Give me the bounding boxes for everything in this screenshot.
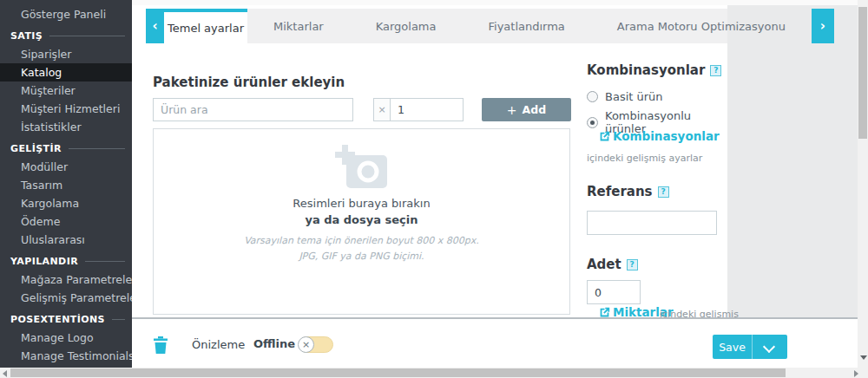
external-link-icon bbox=[599, 131, 610, 142]
divider bbox=[112, 319, 125, 320]
pack-section-title: Paketinize ürünler ekleyin bbox=[153, 75, 345, 90]
delete-button[interactable] bbox=[153, 336, 168, 354]
radio-icon bbox=[587, 91, 598, 102]
preview-button[interactable]: Önizleme bbox=[192, 338, 245, 351]
divider bbox=[85, 261, 125, 262]
sidebar-item-dashboard[interactable]: Gösterge Paneli bbox=[0, 5, 132, 23]
sidebar-item-customer-service[interactable]: Müşteri Hizmetleri bbox=[0, 100, 132, 118]
sidebar-header-configure: YAPILANDIR bbox=[0, 252, 132, 270]
sidebar-item-shipping[interactable]: Kargolama bbox=[0, 194, 132, 212]
external-link-icon bbox=[599, 307, 610, 318]
combinations-section-title: Kombinasyonlar ? bbox=[587, 62, 721, 78]
footer-action-bar: Önizleme Offline × Save bbox=[132, 317, 858, 368]
dropzone-select-file-link[interactable]: ya da dosya seçin bbox=[154, 213, 569, 226]
divider bbox=[49, 36, 125, 36]
scroll-left-arrow-icon[interactable] bbox=[3, 370, 7, 377]
content-background bbox=[727, 5, 858, 319]
reference-section-title: Referans ? bbox=[587, 184, 669, 199]
offline-label: Offline bbox=[253, 337, 295, 350]
scroll-down-arrow-icon[interactable] bbox=[860, 355, 867, 360]
sidebar: Gösterge Paneli SATIŞ Siparişler Katalog… bbox=[0, 0, 132, 368]
divider bbox=[69, 148, 125, 149]
plus-icon: + bbox=[507, 103, 517, 117]
help-icon[interactable]: ? bbox=[627, 259, 638, 270]
save-options-button[interactable] bbox=[752, 335, 787, 359]
multiply-icon: × bbox=[373, 98, 390, 121]
horizontal-scrollbar bbox=[0, 368, 868, 378]
product-tabs: ‹ Temel ayarlar Miktarlar Kargolama Fiya… bbox=[146, 9, 727, 43]
quantity-section-title: Adet ? bbox=[587, 257, 638, 272]
sidebar-item-advanced-parameters[interactable]: Gelişmiş Parametreler bbox=[0, 289, 132, 307]
trash-icon bbox=[153, 336, 168, 354]
tab-shipping[interactable]: Kargolama bbox=[350, 9, 463, 43]
sidebar-item-payment[interactable]: Ödeme bbox=[0, 212, 132, 231]
save-split-button: Save bbox=[713, 335, 787, 359]
vertical-scrollbar-thumb[interactable] bbox=[858, 7, 867, 139]
radio-simple-product[interactable]: Basit ürün bbox=[587, 90, 663, 103]
combinations-link[interactable]: Kombinasyonlar bbox=[599, 129, 720, 143]
tab-seo[interactable]: Arama Motoru Optimizasyonu bbox=[591, 9, 812, 43]
main-content: ‹ Temel ayarlar Miktarlar Kargolama Fiya… bbox=[132, 0, 858, 368]
tabs-scroll-left-button[interactable]: ‹ bbox=[146, 9, 164, 43]
tab-quantities[interactable]: Miktarlar bbox=[247, 9, 350, 43]
close-icon: × bbox=[298, 336, 314, 353]
sidebar-item-modules[interactable]: Modüller bbox=[0, 158, 132, 176]
tabs-scroll-right-button[interactable]: › bbox=[812, 9, 834, 43]
tab-pricing[interactable]: Fiyatlandırma bbox=[462, 9, 590, 43]
sidebar-item-manage-logo[interactable]: Manage Logo bbox=[0, 329, 132, 347]
sidebar-item-orders[interactable]: Siparişler bbox=[0, 45, 132, 63]
sidebar-header-improve: GELİŞTİR bbox=[0, 140, 132, 158]
camera-icon bbox=[335, 145, 389, 190]
sidebar-header-sales: SATIŞ bbox=[0, 27, 132, 45]
dropzone-text: Resimleri buraya bırakın bbox=[154, 197, 569, 210]
stock-quantity-input[interactable] bbox=[587, 280, 641, 304]
sidebar-item-customers[interactable]: Müşteriler bbox=[0, 81, 132, 100]
online-status-toggle[interactable]: × bbox=[299, 336, 333, 353]
sidebar-item-stats[interactable]: İstatistikler bbox=[0, 118, 132, 136]
help-icon[interactable]: ? bbox=[710, 65, 721, 76]
product-search-input[interactable] bbox=[153, 98, 353, 121]
add-product-button[interactable]: + Add bbox=[482, 98, 571, 121]
chevron-right-icon: › bbox=[820, 18, 825, 34]
combinations-link-suffix: içindeki gelişmiş ayarlar bbox=[587, 153, 702, 164]
pack-quantity-input[interactable] bbox=[390, 98, 464, 121]
product-edit-page: Gösterge Paneli SATIŞ Siparişler Katalog… bbox=[0, 0, 868, 378]
chevron-left-icon: ‹ bbox=[152, 18, 157, 34]
image-dropzone[interactable]: Resimleri buraya bırakın ya da dosya seç… bbox=[153, 128, 570, 315]
sidebar-item-manage-testimonials[interactable]: Manage Testimonials bbox=[0, 347, 132, 365]
reference-input[interactable] bbox=[587, 211, 717, 235]
dropzone-hint: Varsayılan tema için önerilen boyut 800 … bbox=[154, 233, 569, 264]
sidebar-header-posextentions: POSEXTENTİONS bbox=[0, 310, 132, 329]
scroll-right-arrow-icon[interactable] bbox=[854, 370, 858, 377]
sidebar-item-shop-parameters[interactable]: Mağaza Parametreleri bbox=[0, 270, 132, 289]
sidebar-item-design[interactable]: Tasarım bbox=[0, 176, 132, 194]
horizontal-scrollbar-thumb[interactable] bbox=[10, 368, 786, 377]
vertical-scrollbar bbox=[858, 0, 868, 368]
save-button[interactable]: Save bbox=[713, 335, 752, 359]
help-icon[interactable]: ? bbox=[658, 186, 669, 198]
radio-checked-icon bbox=[587, 117, 598, 128]
sidebar-item-catalog[interactable]: Katalog bbox=[0, 63, 132, 81]
sidebar-item-international[interactable]: Uluslararası bbox=[0, 231, 132, 249]
tab-basic-settings[interactable]: Temel ayarlar bbox=[164, 9, 247, 43]
